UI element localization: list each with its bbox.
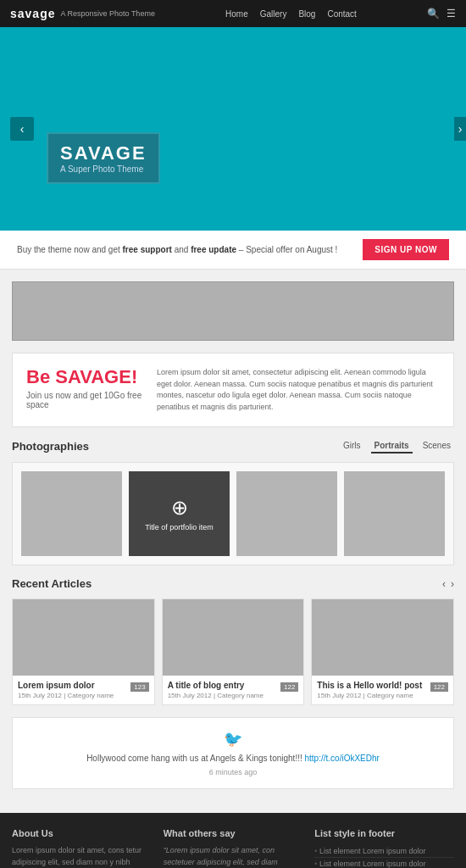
photo-item-4[interactable] [344,471,445,556]
article-badge-2: 122 [430,682,448,692]
twitter-text: Hollywood come hang with us at Angels & … [25,752,441,765]
twitter-time: 6 minutes ago [25,768,441,776]
photo-grid: ⊕ Title of portfolio item [12,462,454,565]
article-img-1 [163,599,304,676]
article-card-0: 123 Lorem ipsum dolor 15th July 2012 | C… [12,598,155,705]
articles-nav: ‹ › [442,578,454,590]
photographies-section: Photographies Girls Portraits Scenes ⊕ T… [12,439,454,565]
savage-desc: Lorem ipsum dolor sit amet, consectetur … [157,367,440,413]
photo-zoom-icon: ⊕ [171,496,188,520]
main-content: Be SAVAGE! Join us now and get 10Go free… [0,270,466,813]
hero-next-arrow[interactable]: › [454,117,466,141]
menu-icon[interactable]: ☰ [447,8,456,19]
hero-prev-arrow[interactable]: ‹ [10,117,34,141]
footer-list-title: List style in footer [314,828,454,838]
article-meta-0: 15th July 2012 | Category name [18,692,149,699]
footer-list-items: List element Lorem ipsum dolor List elem… [314,845,454,868]
footer-testimonial: What others say "Lorem ipsum dolor sit a… [164,828,303,868]
photographies-header: Photographies Girls Portraits Scenes [12,439,454,453]
footer: About Us Lorem ipsum dolor sit amet, con… [0,813,466,868]
article-meta-1: 15th July 2012 | Category name [168,692,299,699]
photographies-tabs: Girls Portraits Scenes [340,439,454,453]
list-item-1: List element Lorem ipsum dolor [314,858,454,868]
hero-title: SAVAGE [60,142,147,164]
promo-text: Buy the theme now and get free support a… [17,245,337,254]
article-badge-1: 122 [280,682,298,692]
photo-item-1[interactable] [21,471,122,556]
hero-badge: SAVAGE A Super Photo Theme [47,132,160,184]
search-icon[interactable]: 🔍 [427,8,440,19]
header: savage A Responsive Photo Theme Home Gal… [0,0,466,27]
twitter-link[interactable]: http://t.co/iOkXEDhr [305,754,380,763]
footer-about-text: Lorem ipsum dolor sit amet, cons tetur a… [12,845,152,868]
logo-area: savage A Responsive Photo Theme [10,7,155,20]
article-badge-0: 123 [130,682,148,692]
signup-button[interactable]: SIGN UP NOW [363,239,449,260]
hero-subtitle: A Super Photo Theme [60,164,147,174]
nav-gallery[interactable]: Gallery [260,9,287,19]
tab-scenes[interactable]: Scenes [419,439,454,453]
list-item-0: List element Lorem ipsum dolor [314,845,454,858]
nav-icons: 🔍 ☰ [427,8,456,19]
savage-sub: Join us now and get 10Go free space [26,391,145,409]
article-card-1: 122 A title of blog entry 15th July 2012… [162,598,305,705]
articles-grid: 123 Lorem ipsum dolor 15th July 2012 | C… [12,598,454,705]
be-savage-section: Be SAVAGE! Join us now and get 10Go free… [12,353,454,427]
main-nav: Home Gallery Blog Contact [225,9,357,19]
twitter-section: 🐦 Hollywood come hang with us at Angels … [12,717,454,789]
article-body-0: 123 Lorem ipsum dolor 15th July 2012 | C… [13,676,154,704]
nav-blog[interactable]: Blog [298,9,315,19]
photo-item-3[interactable] [236,471,337,556]
footer-quote: "Lorem ipsum dolor sit amet, con sectetu… [164,845,303,868]
tab-portraits[interactable]: Portraits [371,439,413,453]
savage-left: Be SAVAGE! Join us now and get 10Go free… [26,367,145,409]
promo-bar: Buy the theme now and get free support a… [0,231,466,270]
footer-testimonial-title: What others say [164,828,303,838]
article-img-0 [13,599,154,676]
footer-about: About Us Lorem ipsum dolor sit amet, con… [12,828,152,868]
articles-next[interactable]: › [451,578,454,590]
twitter-icon: 🐦 [25,730,441,748]
article-img-2 [312,599,453,676]
photo-item-featured[interactable]: ⊕ Title of portfolio item [129,471,230,556]
logo-tagline: A Responsive Photo Theme [60,9,154,18]
photographies-title: Photographies [12,440,89,453]
article-meta-2: 15th July 2012 | Category name [317,692,448,699]
articles-prev[interactable]: ‹ [442,578,446,590]
footer-list: List style in footer List element Lorem … [314,828,454,868]
logo: savage [10,7,55,20]
tab-girls[interactable]: Girls [340,439,364,453]
article-card-2: 122 This is a Hello world! post 15th Jul… [311,598,454,705]
article-body-1: 122 A title of blog entry 15th July 2012… [163,676,304,704]
recent-articles-header: Recent Articles ‹ › [12,577,454,590]
article-title-0[interactable]: Lorem ipsum dolor [18,681,149,690]
article-body-2: 122 This is a Hello world! post 15th Jul… [312,676,453,704]
recent-articles-section: Recent Articles ‹ › 123 Lorem ipsum dolo… [12,577,454,705]
hero-section: ‹ › SAVAGE A Super Photo Theme [0,27,466,231]
nav-home[interactable]: Home [225,9,248,19]
nav-contact[interactable]: Contact [327,9,356,19]
recent-articles-title: Recent Articles [12,577,92,590]
article-title-1[interactable]: A title of blog entry [168,681,299,690]
footer-about-title: About Us [12,828,152,838]
article-title-2[interactable]: This is a Hello world! post [317,681,448,690]
savage-title: Be SAVAGE! [26,367,145,387]
banner-placeholder [12,281,454,341]
photo-featured-label: Title of portfolio item [145,523,214,531]
